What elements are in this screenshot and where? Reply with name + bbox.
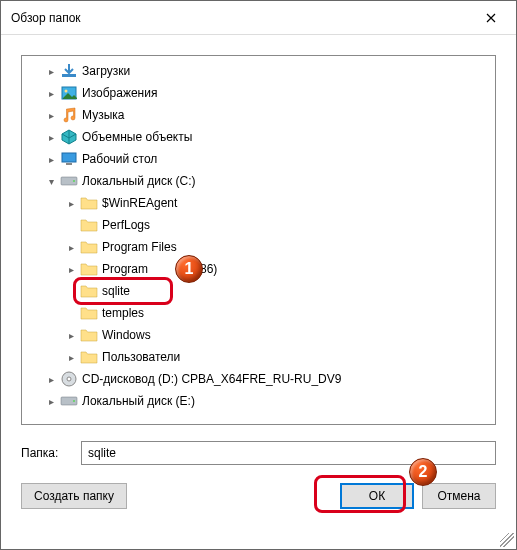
resize-grip[interactable] bbox=[500, 533, 514, 547]
folder-tree[interactable]: ▸Загрузки▸Изображения▸Музыка▸Объемные об… bbox=[21, 55, 496, 425]
expand-arrow-icon[interactable]: ▸ bbox=[44, 108, 58, 122]
tree-item[interactable]: ▸CD-дисковод (D:) CPBA_X64FRE_RU-RU_DV9 bbox=[24, 368, 493, 390]
expand-arrow-icon[interactable]: ▸ bbox=[64, 350, 78, 364]
tree-item[interactable]: sqlite bbox=[24, 280, 493, 302]
tree-item-label: Музыка bbox=[82, 108, 124, 122]
tree-item-label: temples bbox=[102, 306, 144, 320]
browse-folders-dialog: Обзор папок ▸Загрузки▸Изображения▸Музыка… bbox=[0, 0, 517, 550]
folder-icon bbox=[80, 238, 98, 256]
ok-button[interactable]: ОК bbox=[340, 483, 414, 509]
expand-arrow-icon[interactable]: ▸ bbox=[64, 196, 78, 210]
tree-item-label: CD-дисковод (D:) CPBA_X64FRE_RU-RU_DV9 bbox=[82, 372, 341, 386]
dialog-body: ▸Загрузки▸Изображения▸Музыка▸Объемные об… bbox=[1, 35, 516, 549]
music-icon bbox=[60, 106, 78, 124]
folder-icon bbox=[80, 282, 98, 300]
close-icon bbox=[486, 13, 496, 23]
tree-item-label: Windows bbox=[102, 328, 151, 342]
folder-icon bbox=[80, 260, 98, 278]
tree-item-label: Загрузки bbox=[82, 64, 130, 78]
tree-item[interactable]: ▸Пользователи bbox=[24, 346, 493, 368]
tree-item-label-suffix: (x86) bbox=[190, 262, 217, 276]
tree-item-label: PerfLogs bbox=[102, 218, 150, 232]
tree-item[interactable]: ▸Рабочий стол bbox=[24, 148, 493, 170]
expand-arrow-icon[interactable]: ▸ bbox=[44, 372, 58, 386]
tree-item[interactable]: ▸Локальный диск (E:) bbox=[24, 390, 493, 412]
folder-icon bbox=[80, 348, 98, 366]
folder-icon bbox=[80, 326, 98, 344]
drive-icon bbox=[60, 172, 78, 190]
button-row: Создать папку ОК Отмена 2 bbox=[21, 483, 496, 509]
desktop-icon bbox=[60, 150, 78, 168]
objects3d-icon bbox=[60, 128, 78, 146]
tree-item[interactable]: ▸Изображения bbox=[24, 82, 493, 104]
tree-item[interactable]: ▸$WinREAgent bbox=[24, 192, 493, 214]
expand-arrow-icon[interactable]: ▾ bbox=[44, 174, 58, 188]
expand-arrow-icon[interactable]: ▸ bbox=[44, 64, 58, 78]
window-title: Обзор папок bbox=[11, 11, 81, 25]
tree-item-label: sqlite bbox=[102, 284, 130, 298]
titlebar: Обзор папок bbox=[1, 1, 516, 35]
folder-input[interactable] bbox=[81, 441, 496, 465]
folder-icon bbox=[80, 216, 98, 234]
tree-item-label: $WinREAgent bbox=[102, 196, 177, 210]
tree-item[interactable]: ▸Загрузки bbox=[24, 60, 493, 82]
tree-item-label: Пользователи bbox=[102, 350, 180, 364]
tree-item[interactable]: temples bbox=[24, 302, 493, 324]
tree-item-label: Program Files bbox=[102, 240, 177, 254]
tree-item[interactable]: ▸Windows bbox=[24, 324, 493, 346]
expand-arrow-icon[interactable]: ▸ bbox=[64, 262, 78, 276]
tree-item-label: Локальный диск (E:) bbox=[82, 394, 195, 408]
tree-item[interactable]: ▾Локальный диск (C:) bbox=[24, 170, 493, 192]
folder-icon bbox=[80, 304, 98, 322]
tree-item-label: Рабочий стол bbox=[82, 152, 157, 166]
tree-item[interactable]: ▸Музыка bbox=[24, 104, 493, 126]
expand-arrow-icon[interactable]: ▸ bbox=[44, 86, 58, 100]
folder-icon bbox=[80, 194, 98, 212]
tree-item-label: Изображения bbox=[82, 86, 157, 100]
dvd-icon bbox=[60, 370, 78, 388]
expand-arrow-icon[interactable]: ▸ bbox=[44, 130, 58, 144]
tree-item-label: Локальный диск (C:) bbox=[82, 174, 196, 188]
tree-item[interactable]: PerfLogs bbox=[24, 214, 493, 236]
drive-icon bbox=[60, 392, 78, 410]
tree-item[interactable]: ▸Program(x86) bbox=[24, 258, 493, 280]
create-folder-button[interactable]: Создать папку bbox=[21, 483, 127, 509]
expand-arrow-icon[interactable]: ▸ bbox=[64, 240, 78, 254]
close-button[interactable] bbox=[468, 2, 514, 34]
tree-item[interactable]: ▸Program Files bbox=[24, 236, 493, 258]
tree-item[interactable]: ▸Объемные объекты bbox=[24, 126, 493, 148]
pictures-icon bbox=[60, 84, 78, 102]
expand-arrow-icon[interactable]: ▸ bbox=[44, 152, 58, 166]
downloads-icon bbox=[60, 62, 78, 80]
folder-path-row: Папка: bbox=[21, 441, 496, 465]
folder-label: Папка: bbox=[21, 446, 73, 460]
expand-arrow-icon[interactable]: ▸ bbox=[64, 328, 78, 342]
tree-item-label: Program bbox=[102, 262, 148, 276]
cancel-button[interactable]: Отмена bbox=[422, 483, 496, 509]
tree-item-label: Объемные объекты bbox=[82, 130, 192, 144]
expand-arrow-icon[interactable]: ▸ bbox=[44, 394, 58, 408]
